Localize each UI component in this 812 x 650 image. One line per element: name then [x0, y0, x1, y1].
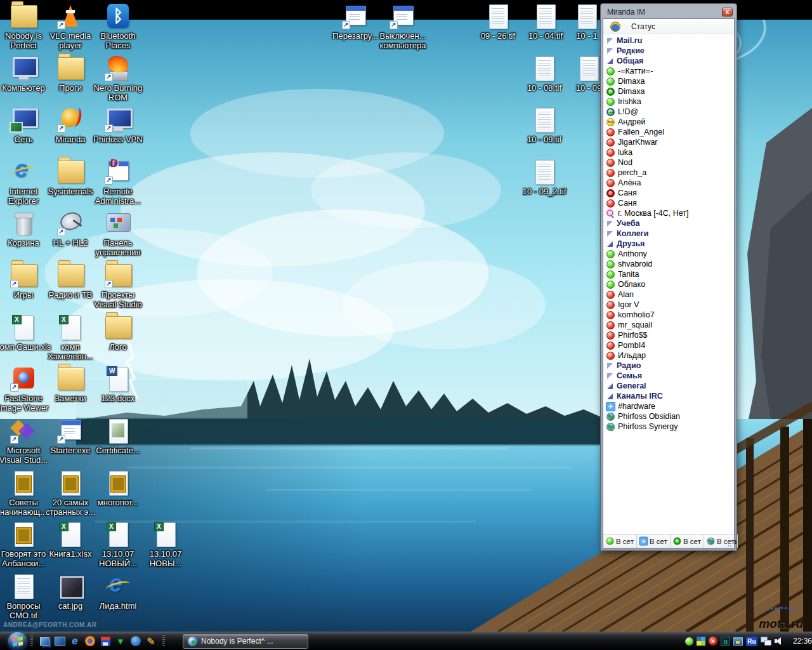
- internet-explorer-icon[interactable]: [69, 635, 81, 647]
- taskbar-task-button[interactable]: Nobody is Perfect^ ...: [183, 634, 308, 649]
- contact-group[interactable]: Радио: [603, 361, 734, 371]
- volume-tray-icon[interactable]: [775, 637, 784, 646]
- floppy-icon[interactable]: [99, 635, 112, 647]
- desktop-icon[interactable]: Miranda: [48, 107, 93, 144]
- desktop-icon[interactable]: cat.jpg: [48, 574, 93, 611]
- desktop-icon[interactable]: 10 - 09_2.tif: [521, 159, 567, 196]
- desktop-icon[interactable]: 123.docx: [95, 366, 141, 403]
- contact-row[interactable]: Irishka: [603, 96, 734, 107]
- desktop-icon[interactable]: Remote Administra...: [95, 159, 141, 206]
- desktop-icon[interactable]: Вопросы СМО.tif: [1, 574, 46, 620]
- desktop-icon[interactable]: Bluetooth Places: [95, 4, 141, 50]
- display-icon[interactable]: [53, 635, 66, 647]
- desktop-icon[interactable]: Корзина: [1, 211, 46, 248]
- miranda-menu-icon[interactable]: [610, 22, 620, 32]
- contact-group[interactable]: Учеба: [603, 218, 734, 229]
- desktop-icon[interactable]: Nobody is Perfect: [1, 4, 46, 50]
- start-button[interactable]: [8, 632, 27, 650]
- firefox-icon[interactable]: [84, 635, 96, 647]
- download-master-icon[interactable]: [114, 635, 127, 647]
- contact-row[interactable]: mr_squall: [603, 320, 734, 330]
- lang-tray-icon[interactable]: Ru: [746, 637, 757, 646]
- desktop-icon[interactable]: FastStone Image Viewer: [1, 366, 46, 413]
- desktop-icon[interactable]: многопот...: [95, 470, 141, 507]
- contact-row[interactable]: Nod: [603, 157, 734, 168]
- contact-group[interactable]: General: [603, 381, 734, 391]
- desktop-icon[interactable]: комп Саши.xls: [1, 315, 46, 352]
- contact-row[interactable]: Dimaxa: [603, 86, 734, 96]
- contact-group[interactable]: Редкие: [603, 46, 734, 56]
- desktop-icon[interactable]: Лого: [95, 315, 141, 352]
- desktop-icon[interactable]: Советы начинающ...: [1, 470, 46, 517]
- desktop-icon[interactable]: Internet Explorer: [1, 159, 46, 206]
- quicklaunch-grip-right[interactable]: [162, 635, 165, 647]
- protocol-status-button[interactable]: В сет: [637, 534, 671, 548]
- contact-row[interactable]: Ильдар: [603, 350, 734, 361]
- contact-group[interactable]: Семья: [603, 371, 734, 381]
- network-tray-icon[interactable]: [761, 637, 771, 646]
- contact-row[interactable]: Phirfoss Synergy: [603, 421, 734, 432]
- contact-group[interactable]: Каналы IRC: [603, 391, 734, 401]
- contact-row[interactable]: Anthony: [603, 249, 734, 259]
- contact-row[interactable]: Phirfo$$: [603, 330, 734, 340]
- desktop-icon[interactable]: VLC media player: [48, 4, 93, 50]
- miranda-titlebar[interactable]: Miranda IM x: [603, 5, 735, 18]
- desktop-icon[interactable]: 10 - 09.tif: [521, 107, 567, 144]
- contact-group[interactable]: Коллеги: [603, 229, 734, 239]
- contact-row[interactable]: Андрей: [603, 117, 734, 127]
- thunderbird-icon[interactable]: [129, 635, 142, 647]
- desktop-icon[interactable]: Проекты Visual Studio: [95, 263, 141, 309]
- contact-group[interactable]: Друзья: [603, 239, 734, 249]
- contact-row[interactable]: PombI4: [603, 340, 734, 350]
- desktop-icon[interactable]: 09 - 26.tif: [475, 4, 521, 41]
- contact-row[interactable]: Dimaxa: [603, 76, 734, 86]
- protocol-status-button[interactable]: В сет: [603, 534, 637, 548]
- squares-tray-icon[interactable]: [697, 637, 705, 646]
- close-button[interactable]: x: [722, 8, 733, 17]
- desktop-icon[interactable]: Перезагру...: [332, 4, 378, 41]
- contact-row[interactable]: Облако: [603, 279, 734, 289]
- contact-group[interactable]: Общая: [603, 56, 734, 66]
- desktop-icon[interactable]: Радио и ТВ: [48, 263, 93, 300]
- codec-tray-icon[interactable]: [721, 637, 730, 646]
- contact-group[interactable]: Mail.ru: [603, 36, 734, 46]
- contact-row[interactable]: Tanita: [603, 269, 734, 279]
- desktop-icon[interactable]: 13.10.07 НОВЫ...: [143, 522, 188, 568]
- contact-row[interactable]: -=Катти=-: [603, 66, 734, 76]
- contact-row[interactable]: #hardware: [603, 401, 734, 411]
- contact-row[interactable]: kornholio7: [603, 310, 734, 320]
- contact-row[interactable]: Алёна: [603, 178, 734, 188]
- contact-row[interactable]: L!D@: [603, 107, 734, 117]
- contact-row[interactable]: Саня: [603, 188, 734, 198]
- tv-tray-icon[interactable]: [733, 637, 743, 646]
- desktop-icon[interactable]: Лида.html: [95, 574, 141, 611]
- pencil-icon[interactable]: [145, 635, 157, 647]
- contact-row[interactable]: Fallen_Angel: [603, 127, 734, 137]
- desktop-icon[interactable]: Игры: [1, 263, 46, 300]
- miranda-tray-icon[interactable]: [685, 637, 693, 646]
- contact-row[interactable]: perch_a: [603, 168, 734, 178]
- desktop-icon[interactable]: Phirfoss VPN: [95, 107, 141, 144]
- protocol-status-button[interactable]: В сет: [671, 534, 704, 548]
- status-menu[interactable]: Статус: [631, 22, 655, 31]
- desktop-icon[interactable]: 13.10.07 НОВЫЙ...: [95, 522, 141, 568]
- desktop-icon[interactable]: Книга1.xlsx: [48, 522, 93, 559]
- alert-tray-icon[interactable]: [709, 637, 717, 646]
- desktop-icon[interactable]: Microsoft Visual Stud...: [1, 418, 46, 465]
- desktop-icon[interactable]: комп Хамелеон...: [48, 315, 93, 361]
- contact-row[interactable]: Phirfoss Obsidian: [603, 411, 734, 421]
- desktop-icon[interactable]: Sysinternals: [48, 159, 93, 196]
- taskbar-clock[interactable]: 22:36: [793, 637, 812, 646]
- desktop-icon[interactable]: Панель управления: [95, 211, 141, 257]
- desktop-icon[interactable]: Starter.exe: [48, 418, 93, 455]
- desktop-icon[interactable]: Выключен... компьютера: [380, 4, 426, 50]
- desktop-icon[interactable]: Заметки: [48, 366, 93, 403]
- desktop-icon[interactable]: Компьютер: [1, 56, 46, 93]
- resize-grip[interactable]: [727, 541, 733, 547]
- contact-row[interactable]: г. Москва [-4C, Нет]: [603, 208, 734, 218]
- contact-row[interactable]: shvabroid: [603, 259, 734, 269]
- contact-row[interactable]: Саня: [603, 198, 734, 208]
- show-desktop-icon[interactable]: [38, 635, 51, 647]
- desktop-icon[interactable]: Говорят это Албански...: [1, 522, 46, 568]
- contact-row[interactable]: Igor V: [603, 300, 734, 310]
